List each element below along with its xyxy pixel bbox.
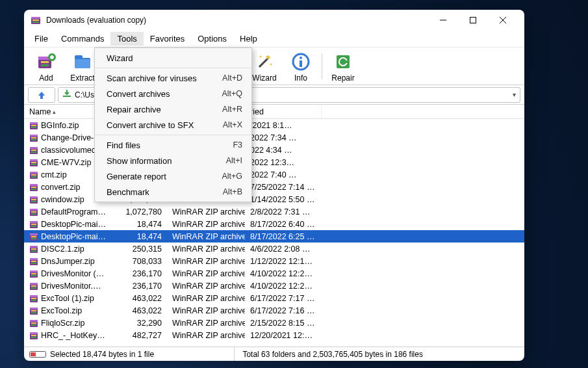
cell-size: 1,072,780: [115, 207, 167, 217]
svg-point-21: [270, 63, 272, 65]
zip-file-icon: [29, 133, 38, 142]
cell-type: WinRAR ZIP archive: [167, 269, 245, 278]
cell-modified: 4/10/2022 12:2…: [245, 282, 322, 291]
maximize-button[interactable]: [458, 10, 488, 31]
menu-item-convert-archive-to-sfx[interactable]: Convert archive to SFXAlt+X: [95, 117, 251, 133]
menu-item-label: Show information: [107, 156, 172, 166]
menu-commands[interactable]: Commands: [55, 32, 110, 46]
table-row[interactable]: DISC2.1.zip250,315WinRAR ZIP archive4/6/…: [24, 243, 524, 255]
zip-file-icon: [29, 282, 38, 291]
svg-rect-74: [30, 258, 38, 260]
file-name: DefaultProgram…: [41, 207, 106, 217]
toolbar-add[interactable]: Add: [28, 49, 64, 84]
menu-separator: [96, 68, 251, 68]
svg-rect-11: [41, 64, 49, 66]
svg-rect-43: [31, 162, 36, 163]
zip-file-icon: [29, 257, 38, 266]
cell-name: DefaultProgram…: [24, 207, 115, 217]
svg-rect-32: [31, 127, 36, 128]
cell-type: WinRAR ZIP archive: [167, 220, 245, 229]
cell-modified: 2022 7:34 …: [245, 133, 322, 142]
svg-rect-1: [31, 17, 40, 19]
menu-item-label: Find files: [107, 140, 140, 150]
table-row[interactable]: DesktopPic-mai…18,474WinRAR ZIP archive8…: [24, 230, 524, 243]
file-name: DesktopPic-mai…: [41, 220, 106, 229]
menu-item-shortcut: Alt+D: [222, 73, 242, 83]
cell-type: WinRAR ZIP archive: [167, 207, 245, 217]
cell-size: 18,474: [115, 232, 167, 241]
menu-item-benchmark[interactable]: BenchmarkAlt+B: [95, 184, 251, 200]
menu-favorites[interactable]: Favorites: [144, 32, 191, 46]
up-button[interactable]: [28, 87, 55, 103]
minimize-button[interactable]: [428, 10, 458, 31]
menu-item-shortcut: Alt+I: [226, 156, 242, 165]
cell-name: DesktopPic-mai…: [24, 220, 115, 229]
table-row[interactable]: HRC_-_HotKey…482,727WinRAR ZIP archive12…: [24, 329, 524, 341]
svg-rect-82: [30, 283, 38, 285]
menu-options[interactable]: Options: [191, 32, 233, 46]
menu-item-wizard[interactable]: Wizard: [95, 50, 251, 66]
zip-file-icon: [29, 158, 38, 167]
file-name: DISC2.1.zip: [41, 244, 84, 254]
menu-file[interactable]: File: [28, 32, 55, 46]
svg-rect-34: [30, 135, 38, 137]
svg-rect-27: [342, 60, 348, 63]
table-row[interactable]: FliqloScr.zip32,290WinRAR ZIP archive2/1…: [24, 317, 524, 329]
svg-rect-63: [31, 224, 36, 225]
cell-size: 250,315: [115, 244, 167, 254]
toolbar-repair[interactable]: Repair: [325, 49, 361, 84]
cell-modified: 6/17/2022 7:17 …: [245, 294, 322, 303]
menu-item-label: Generate report: [107, 172, 166, 181]
file-name: ExcTool (1).zip: [41, 294, 94, 303]
table-row[interactable]: DrivesMonitor.…236,170WinRAR ZIP archive…: [24, 280, 524, 292]
info-icon: [290, 51, 311, 72]
svg-rect-30: [30, 122, 38, 124]
menu-item-label: Repair archive: [107, 105, 161, 114]
svg-rect-83: [31, 285, 36, 287]
zip-file-icon: [29, 294, 38, 303]
down-save-icon: [62, 89, 71, 100]
svg-rect-59: [31, 211, 36, 213]
cell-name: HRC_-_HotKey…: [24, 331, 115, 340]
file-name: CME-W7V.zip: [41, 158, 91, 167]
cell-modified: 7/25/2022 7:14 …: [245, 183, 322, 192]
svg-rect-39: [31, 150, 36, 151]
menu-item-convert-archives[interactable]: Convert archivesAlt+Q: [95, 86, 251, 101]
repair-icon: [333, 51, 353, 72]
svg-rect-66: [30, 233, 38, 235]
svg-rect-91: [31, 310, 36, 311]
table-row[interactable]: DesktopPic-mai…18,474WinRAR ZIP archive8…: [24, 218, 524, 230]
cell-name: DrivesMonitor.…: [24, 282, 115, 291]
menu-item-repair-archive[interactable]: Repair archiveAlt+R: [95, 101, 251, 117]
table-row[interactable]: DnsJumper.zip708,033WinRAR ZIP archive1/…: [24, 255, 524, 267]
cell-modified: 4/6/2022 2:08 …: [245, 244, 322, 254]
cell-modified: 1/12/2022 12:1…: [245, 257, 322, 266]
cell-name: ExcTool.zip: [24, 306, 115, 315]
menu-item-find-files[interactable]: Find filesF3: [95, 137, 251, 153]
menu-tools[interactable]: Tools: [110, 32, 143, 46]
tools-dropdown: WizardScan archive for virusesAlt+DConve…: [94, 47, 252, 202]
cell-name: DISC2.1.zip: [24, 244, 115, 254]
table-row[interactable]: ExcTool (1).zip463,022WinRAR ZIP archive…: [24, 292, 524, 304]
up-arrow-icon: [36, 90, 47, 100]
table-row[interactable]: DefaultProgram…1,072,780WinRAR ZIP archi…: [24, 205, 524, 218]
titlebar: Downloads (evaluation copy): [24, 10, 524, 31]
cell-size: 708,033: [115, 257, 167, 266]
header-modified[interactable]: ried: [245, 105, 322, 118]
zip-file-icon: [29, 220, 38, 229]
menu-item-shortcut: Alt+G: [222, 172, 242, 181]
menu-item-generate-report[interactable]: Generate reportAlt+G: [95, 168, 251, 184]
table-row[interactable]: DrivesMonitor (…236,170WinRAR ZIP archiv…: [24, 267, 524, 280]
menu-item-show-information[interactable]: Show informationAlt+I: [95, 153, 251, 168]
toolbar-info[interactable]: Info: [283, 49, 319, 84]
close-button[interactable]: [488, 10, 518, 31]
toolbar-extract-label: Extract: [70, 73, 94, 83]
table-row[interactable]: ExcTool.zip463,022WinRAR ZIP archive6/17…: [24, 304, 524, 317]
zip-file-icon: [29, 319, 38, 328]
sort-asc-icon: ▴: [53, 109, 56, 115]
cell-size: 18,474: [115, 220, 167, 229]
zip-file-icon: [29, 183, 38, 192]
menu-help[interactable]: Help: [233, 32, 264, 46]
menu-item-scan-archive-for-viruses[interactable]: Scan archive for virusesAlt+D: [95, 70, 251, 86]
chevron-down-icon[interactable]: ▾: [513, 91, 516, 98]
